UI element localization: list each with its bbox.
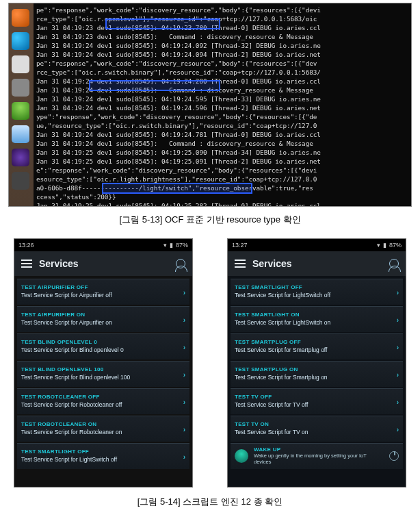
service-desc: Test Service Script for Smartplug on [235, 374, 399, 381]
chevron-right-icon: › [183, 453, 185, 460]
service-desc: Test Service Script for Robotcleaner on [21, 429, 185, 435]
terminal-line: pe":"response","work_code":"discovery_re… [36, 59, 408, 68]
service-card[interactable]: TEST SMARTPLUG ONTest Service Script for… [231, 361, 403, 387]
service-desc: Test Service Script for TV off [235, 401, 399, 408]
service-title: TEST BLIND OPENLEVEL 0 [21, 339, 185, 345]
app-header: Services [14, 251, 192, 276]
terminal-output: pe":"response","work_code":"discovery_re… [34, 3, 411, 206]
app-title: Services [39, 258, 79, 269]
chevron-right-icon: › [397, 398, 399, 405]
service-desc: Test Service Script for Smartplug off [235, 346, 399, 353]
terminal-line: Jan 31 04:19:24 dev1 sudo[8545]: Command… [36, 139, 408, 148]
terminal-line: Jan 31 04:19:25 dev1 sudo[8545]: 04:19:2… [36, 148, 408, 157]
status-time: 13:27 [232, 242, 248, 249]
app-title: Services [252, 258, 292, 269]
status-bar: 13:27 ▾ ▮ 87% [228, 239, 406, 251]
chevron-right-icon: › [183, 398, 185, 405]
wifi-icon: ▾ [377, 242, 380, 249]
service-title: TEST AIRPURIFIER ON [21, 312, 185, 318]
launcher-icon [12, 172, 29, 190]
terminal-line: pe":"response","work_code":"discovery_re… [36, 5, 408, 14]
figure-5-14-caption: [그림 5-14] 스크립트 엔진 12 종 확인 [0, 489, 420, 518]
figure-5-13: pe":"response","work_code":"discovery_re… [0, 3, 420, 236]
figure-5-13-caption: [그림 5-13] OCF 표준 기반 resource type 확인 [0, 207, 420, 236]
service-desc: Test Service Script for Blind openlevel … [21, 346, 185, 353]
chevron-right-icon: › [397, 425, 399, 433]
service-desc: Test Service Script for Robotcleaner off [21, 401, 185, 408]
service-title: TEST SMARTPLUG OFF [235, 339, 399, 345]
battery-icon: ▮ [383, 242, 386, 249]
phone-right: 13:27 ▾ ▮ 87% Services TEST SMARTLIGHT O… [227, 238, 406, 488]
terminal-line: Jan 31 04:19:25 dev1 sudo[8545]: 04:19:2… [36, 157, 408, 166]
hamburger-icon[interactable] [21, 260, 32, 268]
battery-pct: 87% [176, 242, 188, 249]
service-card[interactable]: TEST ROBOTCLEANER ONTest Service Script … [17, 416, 189, 442]
service-desc: Test Service Script for LightSwitch on [235, 319, 399, 326]
service-desc: Test Service Script for LightSwitch off [235, 292, 399, 299]
hamburger-icon[interactable] [235, 260, 246, 268]
status-bar: 13:26 ▾ ▮ 87% [14, 239, 192, 251]
ubuntu-launcher [9, 3, 34, 206]
chevron-right-icon: › [397, 316, 399, 323]
highlight-box [102, 183, 252, 194]
chevron-right-icon: › [183, 370, 185, 378]
phone-left: 13:26 ▾ ▮ 87% Services TEST AIRPURIFIER … [14, 238, 193, 488]
terminal-line: ype":"response","work_code":"discovery_r… [36, 112, 408, 121]
service-title: TEST ROBOTCLEANER ON [21, 421, 185, 427]
chevron-right-icon: › [183, 343, 185, 351]
terminal-line: Jan 31 04:19:24 dev1 sudo[8545]: 04:19:2… [36, 50, 408, 59]
launcher-icon [12, 55, 29, 73]
service-card[interactable]: TEST BLIND OPENLEVEL 100Test Service Scr… [17, 361, 189, 387]
power-icon[interactable] [389, 451, 399, 461]
service-title: TEST SMARTLIGHT OFF [235, 284, 399, 290]
sunrise-icon [235, 449, 248, 463]
terminal-line: ue,"resource_type":["oic.r.switch.binary… [36, 121, 408, 130]
service-title: TEST SMARTLIGHT ON [235, 312, 399, 318]
terminal-line: Jan 31 04:19:24 dev1 sudo[8545]: 04:19:2… [36, 103, 408, 112]
service-card[interactable]: TEST SMARTLIGHT ONTest Service Script fo… [231, 306, 403, 332]
service-list: TEST AIRPURIFIER OFFTest Service Script … [14, 276, 192, 487]
terminal-line: Jan 31 04:19:23 dev1 sudo[8545]: Command… [36, 32, 408, 41]
service-card[interactable]: TEST SMARTLIGHT OFFTest Service Script f… [17, 443, 189, 469]
service-desc: Test Service Script for Airpurifier off [21, 292, 185, 299]
user-icon[interactable] [389, 259, 399, 268]
terminal-line: Jan 31 04:19:24 dev1 sudo[8545]: 04:19:2… [36, 94, 408, 103]
service-desc: Test Service Script for Blind openlevel … [21, 374, 185, 381]
service-title: TEST SMARTLIGHT OFF [21, 448, 185, 455]
service-desc: Wake up gently in the morning by setting… [254, 453, 384, 465]
service-title: TEST AIRPURIFIER OFF [21, 284, 185, 290]
service-card[interactable]: TEST AIRPURIFIER OFFTest Service Script … [17, 279, 189, 305]
launcher-icon [12, 79, 29, 97]
service-card[interactable]: TEST SMARTPLUG OFFTest Service Script fo… [231, 333, 403, 359]
terminal-line: Jan 31 04:19:25 dev1 sudo[8545]: 04:19:2… [36, 201, 408, 206]
chevron-right-icon: › [183, 425, 185, 433]
chevron-right-icon: › [397, 288, 399, 296]
terminal-line: Jan 31 04:19:24 dev1 sudo[8545]: 04:19:2… [36, 41, 408, 50]
figure-5-14: 13:26 ▾ ▮ 87% Services TEST AIRPURIFIER … [0, 236, 420, 518]
terminal-screenshot: pe":"response","work_code":"discovery_re… [8, 3, 412, 207]
launcher-icon [12, 149, 29, 166]
terminal-line: Jan 31 04:19:24 dev1 sudo[8545]: 04:19:2… [36, 130, 408, 139]
service-desc: Test Service Script for LightSwitch off [21, 456, 185, 463]
terminal-line: rce_type":["oic.r.openlevel"],"resource_… [36, 14, 408, 23]
service-title: TEST TV OFF [235, 394, 399, 400]
wakeup-card[interactable]: WAKE UPWake up gently in the morning by … [231, 443, 403, 469]
launcher-icon [12, 9, 29, 27]
highlight-box [105, 18, 220, 29]
terminal-line: e":"response","work_code":"discovery_res… [36, 166, 408, 175]
service-card[interactable]: TEST ROBOTCLEANER OFFTest Service Script… [17, 388, 189, 414]
service-card[interactable]: TEST BLIND OPENLEVEL 0Test Service Scrip… [17, 333, 189, 359]
chevron-right-icon: › [183, 288, 185, 296]
service-card[interactable]: TEST TV OFFTest Service Script for TV of… [231, 388, 403, 414]
service-card[interactable]: TEST AIRPURIFIER ONTest Service Script f… [17, 306, 189, 332]
service-title: WAKE UP [254, 446, 384, 453]
user-icon[interactable] [176, 259, 185, 268]
service-desc: Test Service Script for TV on [235, 429, 399, 435]
chevron-right-icon: › [397, 343, 399, 351]
terminal-line: Jan 31 04:19:23 dev1 sudo[8545]: 04:19:2… [36, 23, 408, 32]
service-card[interactable]: TEST TV ONTest Service Script for TV on› [231, 416, 403, 442]
service-card[interactable]: TEST SMARTLIGHT OFFTest Service Script f… [231, 279, 403, 305]
service-list: TEST SMARTLIGHT OFFTest Service Script f… [228, 276, 406, 487]
terminal-line: rce_type":["oic.r.switch.binary"],"resou… [36, 68, 408, 77]
service-title: TEST SMARTPLUG ON [235, 366, 399, 372]
